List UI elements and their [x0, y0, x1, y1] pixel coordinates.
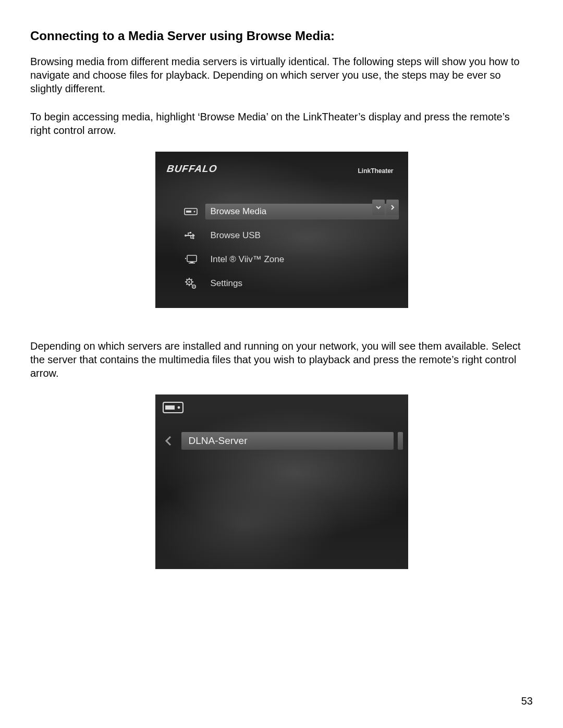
- svg-point-9: [185, 258, 186, 259]
- svg-point-5: [192, 237, 194, 239]
- svg-rect-8: [189, 263, 195, 264]
- menu-item-label: Browse Media: [211, 206, 267, 217]
- menu-item-label: Browse USB: [211, 230, 261, 241]
- chevron-left-icon[interactable]: [155, 432, 181, 450]
- menu-item-browse-media[interactable]: Browse Media: [176, 200, 399, 224]
- server-list-screenshot: DLNA-Server: [155, 394, 408, 569]
- buffalo-logo: BUFFALO: [166, 163, 218, 175]
- menu-item-label: Intel ® Viiv™ Zone: [211, 254, 285, 265]
- gear-icon: [176, 277, 205, 290]
- menu-item-settings[interactable]: Settings: [176, 272, 399, 295]
- svg-line-19: [191, 279, 192, 280]
- server-item-label: DLNA-Server: [189, 435, 248, 447]
- server-icon: [163, 402, 183, 415]
- linktheater-menu-screenshot: BUFFALO LinkTheater Browse Media: [155, 152, 408, 308]
- chevron-down-icon[interactable]: [372, 200, 385, 215]
- svg-rect-23: [165, 405, 175, 410]
- intro-paragraph-3: Depending on which servers are installed…: [30, 339, 533, 380]
- chevron-right-icon[interactable]: [386, 200, 399, 215]
- svg-rect-7: [190, 262, 193, 263]
- section-heading: Connecting to a Media Server using Brows…: [30, 29, 533, 43]
- product-name-label: LinkTheater: [358, 167, 393, 175]
- svg-line-17: [191, 284, 192, 285]
- svg-rect-1: [186, 211, 191, 213]
- page-number: 53: [521, 695, 533, 707]
- menu-item-label: Settings: [211, 278, 242, 289]
- server-item-dlna[interactable]: DLNA-Server: [181, 432, 394, 450]
- scroll-handle: [398, 432, 403, 450]
- svg-point-24: [177, 406, 180, 409]
- svg-line-18: [186, 284, 187, 285]
- svg-line-16: [186, 279, 187, 280]
- svg-rect-4: [190, 232, 191, 233]
- usb-icon: [176, 231, 205, 240]
- svg-point-2: [193, 211, 195, 213]
- svg-rect-6: [187, 255, 197, 262]
- svg-point-11: [188, 281, 190, 282]
- menu-item-browse-usb[interactable]: Browse USB: [176, 224, 399, 248]
- svg-point-3: [185, 235, 187, 237]
- monitor-icon: [176, 254, 205, 265]
- intro-paragraph-1: Browsing media from different media serv…: [30, 55, 533, 95]
- intro-paragraph-2: To begin accessing media, highlight ‘Bro…: [30, 110, 533, 137]
- menu-item-viiv-zone[interactable]: Intel ® Viiv™ Zone: [176, 248, 399, 272]
- svg-point-21: [193, 286, 194, 287]
- server-icon: [176, 208, 205, 215]
